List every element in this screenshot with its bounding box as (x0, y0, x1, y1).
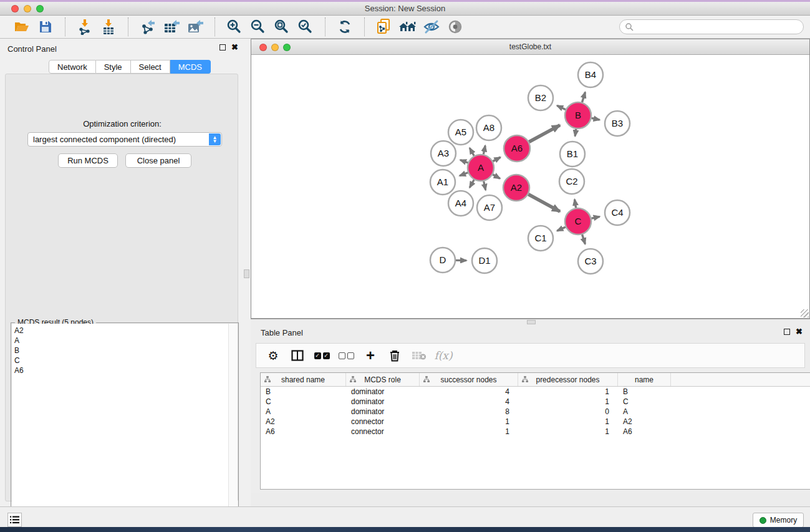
create-column-button[interactable]: + (360, 346, 381, 365)
edge-A-A7[interactable] (484, 181, 486, 190)
function-builder-button[interactable]: f(x) (433, 346, 454, 365)
table-cell[interactable]: 4 (420, 387, 518, 397)
node-C2[interactable]: C2 (559, 169, 584, 194)
node-B4[interactable]: B4 (578, 62, 603, 87)
node-C[interactable]: C (565, 208, 591, 235)
table-cell[interactable]: A6 (618, 427, 671, 437)
node-B2[interactable]: B2 (528, 85, 553, 110)
table-row[interactable]: Bdominator41B (261, 387, 810, 397)
show-all-button[interactable] (443, 17, 467, 36)
column-header-name[interactable]: name (618, 373, 671, 386)
table-cell[interactable]: dominator (346, 407, 420, 417)
table-cell[interactable]: connector (346, 427, 420, 437)
clear-row-selection-button[interactable] (335, 346, 357, 365)
close-panel-icon[interactable]: ✖ (231, 44, 238, 51)
node-A5[interactable]: A5 (448, 120, 473, 145)
table-cell[interactable]: C (261, 397, 346, 407)
table-cell[interactable]: B (618, 387, 671, 397)
node-B[interactable]: B (565, 102, 591, 128)
split-handle[interactable] (527, 320, 536, 324)
vertical-split-divider[interactable] (243, 39, 251, 506)
network-graph[interactable]: B4B2BB3A5A8A6A3B1AA1C2A2A4A7C4CC1C3DD1 (251, 55, 809, 318)
table-cell[interactable]: dominator (346, 387, 420, 397)
window-resize-grip[interactable] (801, 309, 809, 317)
hide-selected-button[interactable] (420, 17, 443, 36)
node-D[interactable]: D (430, 248, 455, 273)
mcds-result-item[interactable]: A (14, 336, 228, 346)
float-panel-icon[interactable] (784, 329, 790, 335)
mcds-list-scrollbar[interactable] (228, 324, 238, 531)
import-network-button[interactable] (73, 17, 97, 36)
edge-B-B1[interactable] (575, 129, 576, 137)
table-cell[interactable]: 1 (518, 397, 618, 407)
table-cell[interactable]: 1 (518, 427, 618, 437)
table-row[interactable]: A6connector11A6 (261, 427, 810, 437)
close-panel-icon[interactable]: ✖ (796, 329, 803, 335)
table-options-button[interactable]: ⚙ (263, 346, 284, 365)
table-cell[interactable]: 0 (518, 407, 618, 417)
table-cell[interactable]: 4 (420, 397, 518, 407)
node-B3[interactable]: B3 (605, 111, 630, 136)
zoom-fit-button[interactable] (270, 17, 294, 36)
table-cell[interactable]: B (261, 387, 346, 397)
memory-button[interactable]: Memory (753, 513, 804, 528)
column-header-predecessor-nodes[interactable]: predecessor nodes (518, 373, 618, 386)
node-A7[interactable]: A7 (477, 195, 502, 220)
node-A4[interactable]: A4 (448, 191, 473, 216)
table-cell[interactable]: dominator (346, 397, 420, 407)
table-cell[interactable]: 1 (518, 417, 618, 427)
table-row[interactable]: Adominator80A (261, 407, 810, 417)
table-row[interactable]: A2connector11A2 (261, 417, 810, 427)
search-input[interactable] (619, 19, 804, 34)
export-network-button[interactable] (136, 17, 160, 36)
mcds-result-item[interactable]: B (14, 346, 228, 355)
export-image-button[interactable] (183, 17, 207, 36)
close-panel-button[interactable]: Close panel (125, 153, 191, 168)
edge-A-A8[interactable] (483, 145, 485, 154)
edge-B-B4[interactable] (582, 92, 586, 102)
edge-A-A6[interactable] (493, 157, 500, 162)
node-B1[interactable]: B1 (560, 142, 585, 167)
table-cell[interactable]: A2 (261, 417, 346, 427)
task-history-button[interactable] (7, 513, 22, 527)
mcds-result-item[interactable]: C (14, 355, 228, 365)
table-cell[interactable]: 1 (420, 417, 518, 427)
open-session-button[interactable] (10, 17, 34, 36)
edge-C-C3[interactable] (582, 235, 586, 244)
edge-A2-C[interactable] (528, 195, 560, 212)
zoom-selected-button[interactable] (294, 17, 317, 36)
node-A1[interactable]: A1 (430, 170, 455, 195)
network-canvas[interactable]: B4B2BB3A5A8A6A3B1AA1C2A2A4A7C4CC1C3DD1 (251, 55, 809, 318)
node-D1[interactable]: D1 (472, 248, 497, 273)
export-table-button[interactable] (160, 17, 183, 36)
table-cell[interactable]: connector (346, 417, 420, 427)
edge-A-A5[interactable] (470, 148, 474, 156)
table-cell[interactable]: 1 (420, 427, 518, 437)
main-titlebar[interactable]: Session: New Session (0, 2, 810, 16)
table-cell[interactable]: A2 (618, 417, 671, 427)
mcds-result-item[interactable]: A2 (14, 326, 228, 336)
refresh-network-button[interactable] (333, 17, 357, 36)
import-table-button[interactable] (97, 17, 120, 36)
column-header-mcds-role[interactable]: MCDS role (346, 373, 420, 386)
column-header-shared-name[interactable]: shared name (261, 373, 346, 386)
edge-A6-B[interactable] (529, 125, 560, 142)
table-cell[interactable]: 8 (420, 407, 518, 417)
float-panel-icon[interactable] (219, 44, 226, 51)
node-A2[interactable]: A2 (503, 175, 529, 201)
table-row[interactable]: Cdominator41C (261, 397, 810, 407)
node-A3[interactable]: A3 (431, 141, 456, 166)
node-C1[interactable]: C1 (528, 226, 553, 251)
duplicate-network-button[interactable] (372, 17, 396, 36)
edge-C-C4[interactable] (592, 216, 600, 218)
delete-columns-button[interactable] (384, 346, 405, 365)
select-all-rows-button[interactable]: ✓✓ (311, 346, 332, 365)
edge-C-C1[interactable] (557, 227, 566, 231)
edge-A-A1[interactable] (460, 173, 468, 176)
save-session-button[interactable] (34, 17, 57, 36)
table-cell[interactable]: C (618, 397, 671, 407)
node-A8[interactable]: A8 (476, 115, 501, 140)
zoom-in-button[interactable] (223, 17, 246, 36)
toggle-column-panel-button[interactable] (287, 346, 308, 365)
horizontal-split-divider[interactable] (251, 319, 810, 324)
